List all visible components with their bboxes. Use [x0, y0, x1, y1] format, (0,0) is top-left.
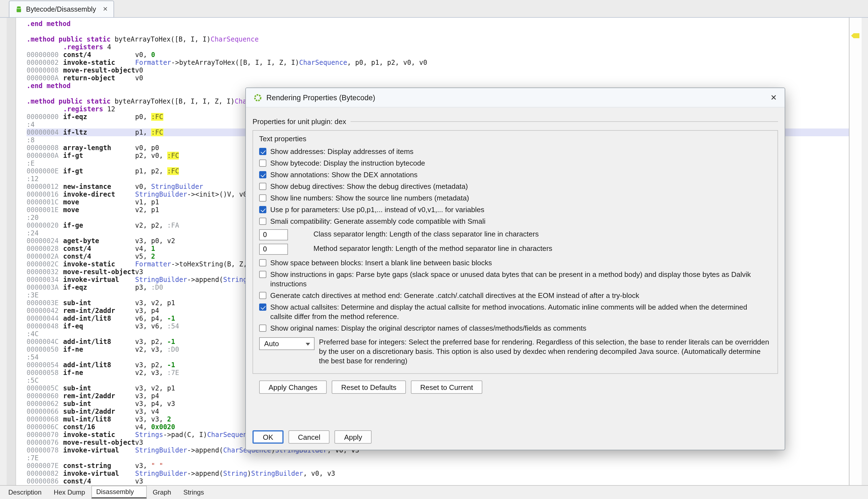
cancel-button[interactable]: Cancel [289, 430, 330, 443]
reset-to-current-button[interactable]: Reset to Current [411, 380, 482, 394]
option-row: Show bytecode: Display the instruction b… [259, 158, 771, 168]
checkbox-show-debug-directives[interactable] [259, 183, 266, 190]
option-label: Smali compatibility: Generate assembly c… [270, 217, 485, 226]
chevron-down-icon [306, 343, 310, 345]
input-method-separator-length[interactable] [259, 244, 288, 255]
option-label: Show debug directives: Show the debug di… [270, 182, 468, 191]
option-row: Show actual callsites: Determine and dis… [259, 302, 771, 321]
apply-button[interactable]: Apply [335, 430, 371, 443]
code-line[interactable]: .method public static byteArrayToHex([B,… [27, 35, 849, 43]
code-line[interactable]: 0000000Areturn-objectv0 [27, 74, 849, 82]
option-row: Show space between blocks: Insert a blan… [259, 258, 771, 268]
code-line[interactable]: :7E [27, 454, 849, 462]
reset-to-defaults-button[interactable]: Reset to Defaults [332, 380, 406, 394]
option-row: Show addresses: Display addresses of ite… [259, 147, 771, 156]
checkbox-show-space-between-blocks[interactable] [259, 259, 266, 266]
dialog-title-bar[interactable]: Rendering Properties (Bytecode) ✕ [246, 88, 785, 108]
code-line[interactable]: 00000086const/4v3 [27, 477, 849, 485]
option-label: Show original names: Display the origina… [270, 324, 586, 333]
application-window: Bytecode/Disassembly ✕ .end method .meth… [0, 0, 868, 499]
overview-ruler[interactable] [849, 18, 861, 486]
input-class-separator-length[interactable] [259, 229, 288, 240]
code-line[interactable] [27, 28, 849, 35]
option-row: Show debug directives: Show the debug di… [259, 182, 771, 191]
option-label: Show instructions in gaps: Parse byte ga… [270, 270, 769, 289]
separator-line [351, 121, 778, 122]
apply-changes-button[interactable]: Apply Changes [259, 380, 327, 394]
option-row: AutoPreferred base for integers: Select … [259, 337, 771, 366]
option-label: Class separator length: Length of the cl… [314, 229, 539, 239]
checkbox-show-line-numbers[interactable] [259, 194, 266, 202]
option-row: Show annotations: Show the DEX annotatio… [259, 170, 771, 180]
action-buttons: Apply ChangesReset to DefaultsReset to C… [253, 380, 778, 394]
code-line[interactable]: 00000000const/4v0, 0 [27, 51, 849, 59]
footer-buttons: OKCancelApply [253, 430, 371, 443]
option-label: Show bytecode: Display the instruction b… [270, 158, 425, 168]
android-icon [15, 5, 23, 13]
option-label: Preferred base for integers: Select the … [319, 337, 770, 366]
tab-strings[interactable]: Strings [177, 486, 210, 499]
checkbox-smali-compatibility[interactable] [259, 218, 266, 225]
plugin-row: Properties for unit plugin: dex [253, 118, 778, 126]
checkbox-show-addresses[interactable] [259, 148, 266, 155]
option-label: Generate catch directives at method end:… [270, 291, 639, 300]
tab-disassembly[interactable]: Disassembly [91, 486, 146, 498]
option-row: Smali compatibility: Generate assembly c… [259, 217, 771, 226]
option-row: Show line numbers: Show the source line … [259, 193, 771, 203]
tab-hex-dump[interactable]: Hex Dump [48, 486, 91, 499]
rendering-properties-dialog: Rendering Properties (Bytecode) ✕ Proper… [245, 87, 785, 450]
option-label: Show space between blocks: Insert a blan… [270, 258, 492, 268]
option-label: Method separator length: Length of the m… [314, 244, 552, 253]
view-tab-bar: DescriptionHex DumpDisassemblyGraphStrin… [0, 485, 868, 499]
editor-gutter [7, 18, 16, 486]
dialog-rows: Show addresses: Display addresses of ite… [259, 147, 771, 366]
code-line[interactable]: 0000007Econst-stringv3, " " [27, 462, 849, 470]
option-label: Show actual callsites: Determine and dis… [270, 302, 769, 321]
checkbox-show-bytecode[interactable] [259, 159, 266, 167]
editor-tab-bar: Bytecode/Disassembly ✕ [0, 0, 868, 18]
group-title: Text properties [259, 135, 771, 143]
option-label: Show addresses: Display addresses of ite… [270, 147, 413, 156]
tab-graph[interactable]: Graph [146, 486, 177, 499]
option-row: Show instructions in gaps: Parse byte ga… [259, 270, 771, 289]
dialog-body: Properties for unit plugin: dex Text pro… [246, 108, 785, 450]
dialog-title: Rendering Properties (Bytecode) [266, 93, 375, 102]
option-label: Show annotations: Show the DEX annotatio… [270, 170, 417, 180]
code-line[interactable]: .registers 4 [27, 43, 849, 51]
option-row: Method separator length: Length of the m… [259, 244, 771, 255]
tab-label: Bytecode/Disassembly [26, 5, 96, 13]
option-row: Show original names: Display the origina… [259, 324, 771, 333]
checkbox-show-annotations[interactable] [259, 171, 266, 178]
checkbox-use-p-for-parameters[interactable] [259, 206, 266, 213]
code-line[interactable]: 00000082invoke-virtualStringBuilder->app… [27, 470, 849, 477]
bookmark-marker-icon[interactable] [851, 33, 859, 38]
plugin-label: Properties for unit plugin: dex [253, 118, 346, 126]
code-line[interactable]: 00000008move-result-objectv0 [27, 66, 849, 74]
code-line[interactable]: 00000002invoke-staticFormatter->byteArra… [27, 59, 849, 66]
checkbox-show-instructions-in-gaps[interactable] [259, 271, 266, 278]
checkbox-generate-catch-directives-at-method-end[interactable] [259, 292, 266, 299]
text-properties-group: Text properties Show addresses: Display … [253, 130, 778, 374]
option-row: Generate catch directives at method end:… [259, 291, 771, 300]
dialog-close-icon[interactable]: ✕ [771, 93, 777, 102]
ok-button[interactable]: OK [253, 430, 283, 443]
tab-bytecode-disassembly[interactable]: Bytecode/Disassembly ✕ [9, 1, 114, 17]
option-label: Use p for parameters: Use p0,p1,... inst… [270, 205, 484, 214]
code-line[interactable]: .end method [27, 20, 849, 28]
option-row: Class separator length: Length of the cl… [259, 229, 771, 240]
option-label: Show line numbers: Show the source line … [270, 193, 469, 203]
tab-close-icon[interactable]: ✕ [103, 5, 108, 13]
option-row: Use p for parameters: Use p0,p1,... inst… [259, 205, 771, 214]
jeb-icon [254, 93, 262, 102]
select-preferred-base-for-integers[interactable]: Auto [259, 337, 315, 350]
select-value: Auto [264, 339, 279, 348]
checkbox-show-actual-callsites[interactable] [259, 304, 266, 311]
checkbox-show-original-names[interactable] [259, 325, 266, 332]
tab-description[interactable]: Description [2, 486, 48, 499]
